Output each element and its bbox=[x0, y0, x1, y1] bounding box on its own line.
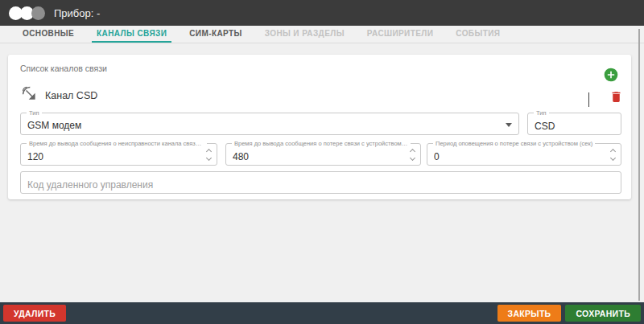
footer-actionbar: УДАЛИТЬ ЗАКРЫТЬ СОХРАНИТЬ bbox=[0, 302, 644, 324]
collapse-channel-button[interactable] bbox=[588, 92, 600, 100]
delete-channel-button[interactable] bbox=[609, 89, 623, 105]
vertical-scrollbar[interactable] bbox=[638, 29, 640, 301]
add-channel-button[interactable] bbox=[603, 67, 619, 83]
window-controls bbox=[9, 6, 45, 20]
remote-code-input[interactable] bbox=[21, 172, 621, 193]
protocol-type-field: Тип bbox=[527, 113, 621, 135]
field-label: Время до вывода сообщения о неисправност… bbox=[27, 140, 207, 147]
channel-title: Канал CSD bbox=[45, 90, 97, 101]
window-title: Прибор: - bbox=[54, 7, 100, 19]
tab-osnovnye[interactable]: ОСНОВНЫЕ bbox=[18, 26, 79, 43]
remote-code-field bbox=[20, 171, 621, 194]
titlebar: Прибор: - bbox=[0, 0, 644, 26]
trash-icon bbox=[609, 93, 623, 107]
number-stepper-icon[interactable] bbox=[611, 150, 615, 160]
number-stepper-icon[interactable] bbox=[411, 150, 415, 160]
tab-zony-i-razdely: ЗОНЫ И РАЗДЕЛЫ bbox=[260, 26, 349, 43]
loss-timeout-field: Время до вывода сообщения о потере связи… bbox=[225, 143, 421, 166]
delete-button[interactable]: УДАЛИТЬ bbox=[3, 305, 66, 322]
field-label: Период оповещения о потере связи с устро… bbox=[433, 140, 595, 147]
chevron-up-icon bbox=[588, 92, 589, 107]
tab-sobytiya: СОБЫТИЯ bbox=[451, 26, 505, 43]
field-label: Время до вывода сообщения о потере связи… bbox=[232, 140, 411, 147]
tab-rasshiriteli: РАСШИРИТЕЛИ bbox=[362, 26, 438, 43]
tab-kanaly-svyazi[interactable]: КАНАЛЫ СВЯЗИ bbox=[92, 26, 171, 43]
field-label: Тип bbox=[534, 109, 549, 117]
tabbar: ОСНОВНЫЕ КАНАЛЫ СВЯЗИ СИМ-КАРТЫ ЗОНЫ И Р… bbox=[0, 26, 644, 43]
tab-sim-karty[interactable]: СИМ-КАРТЫ bbox=[184, 26, 246, 43]
antenna-icon bbox=[22, 86, 37, 101]
panel-title: Список каналов связи bbox=[20, 64, 107, 73]
notify-period-field: Период оповещения о потере связи с устро… bbox=[427, 143, 621, 166]
add-circle-icon bbox=[603, 72, 619, 85]
field-label: Тип bbox=[27, 109, 42, 117]
channel-type-value[interactable]: GSM модем bbox=[21, 113, 518, 134]
channel-type-select[interactable]: Тип GSM модем bbox=[20, 113, 519, 135]
number-stepper-icon[interactable] bbox=[207, 150, 211, 160]
window-control-icon[interactable] bbox=[31, 6, 45, 20]
channels-card: Список каналов связи Канал CSD Тип GSM м… bbox=[8, 55, 631, 199]
fault-timeout-field: Время до вывода сообщения о неисправност… bbox=[20, 143, 217, 166]
save-button[interactable]: СОХРАНИТЬ bbox=[565, 305, 641, 322]
close-button[interactable]: ЗАКРЫТЬ bbox=[497, 305, 562, 322]
chevron-down-icon[interactable] bbox=[506, 123, 512, 127]
